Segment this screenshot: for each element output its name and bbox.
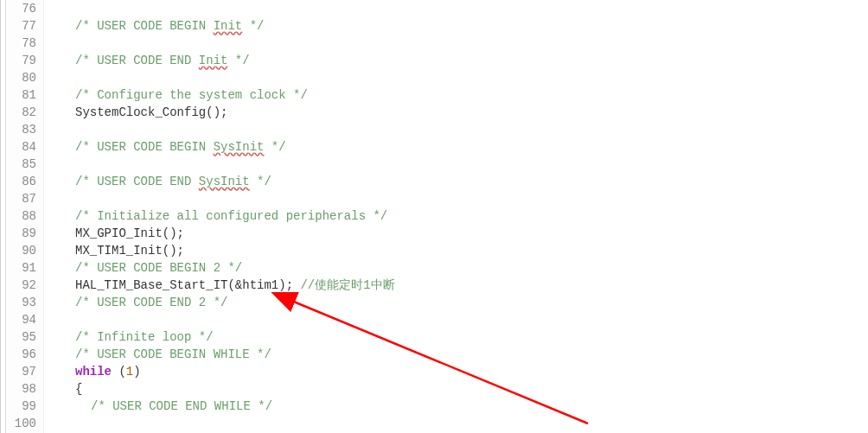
code-line[interactable]: /* USER CODE END SysInit */ xyxy=(60,173,868,190)
line-number: 89 xyxy=(6,225,36,242)
line-number: 77 xyxy=(6,17,36,35)
line-number: 78 xyxy=(6,35,36,52)
line-number: 86 xyxy=(6,173,36,190)
code-line[interactable] xyxy=(60,121,868,138)
code-token: */ xyxy=(227,54,249,67)
line-number: 81 xyxy=(6,86,36,104)
code-line[interactable]: /* USER CODE END 2 */ xyxy=(60,294,868,311)
code-token: HAL_TIM_Base_Start_IT(&htim1); xyxy=(75,278,300,292)
code-editor[interactable]: 7677787980818283848586878889909192939495… xyxy=(0,0,868,433)
line-number: 85 xyxy=(6,156,36,173)
code-token: //使能定时1中断 xyxy=(300,278,394,292)
code-token: /* USER CODE END 2 */ xyxy=(75,296,227,309)
code-token: SysInit xyxy=(199,175,250,188)
code-token: */ xyxy=(264,140,285,154)
code-token: /* USER CODE BEGIN xyxy=(75,19,214,33)
code-line[interactable]: /* USER CODE BEGIN SysInit */ xyxy=(60,138,868,156)
line-number: 83 xyxy=(6,121,36,138)
line-number-gutter: 7677787980818283848586878889909192939495… xyxy=(6,0,44,433)
code-token: /* USER CODE END xyxy=(75,54,199,67)
code-token: { xyxy=(75,382,82,396)
code-line[interactable]: HAL_TIM_Base_Start_IT(&htim1); //使能定时1中断 xyxy=(60,277,868,294)
line-number: 80 xyxy=(6,69,36,86)
code-token: */ xyxy=(250,175,271,188)
line-number: 99 xyxy=(6,398,36,415)
code-line[interactable]: /* Infinite loop */ xyxy=(60,328,868,346)
code-line[interactable]: /* Initialize all configured peripherals… xyxy=(60,207,868,225)
line-number: 90 xyxy=(6,242,36,259)
code-line[interactable] xyxy=(60,0,868,17)
code-line[interactable]: MX_GPIO_Init(); xyxy=(60,225,868,242)
code-line[interactable] xyxy=(60,156,868,173)
code-token: /* USER CODE END WHILE */ xyxy=(91,399,272,413)
code-line[interactable]: /* USER CODE BEGIN 2 */ xyxy=(60,259,868,277)
code-line[interactable] xyxy=(60,69,868,86)
code-line[interactable]: /* USER CODE BEGIN WHILE */ xyxy=(60,346,868,363)
line-number: 92 xyxy=(6,277,36,294)
code-line[interactable] xyxy=(60,190,868,207)
code-token: while xyxy=(75,365,112,379)
code-line[interactable]: SystemClock_Config(); xyxy=(60,104,868,121)
code-area[interactable]: /* USER CODE BEGIN Init *//* USER CODE E… xyxy=(44,0,868,433)
code-token: 1 xyxy=(126,365,133,379)
code-line[interactable] xyxy=(60,415,868,432)
code-token: /* USER CODE BEGIN 2 */ xyxy=(75,261,242,275)
line-number: 94 xyxy=(6,311,36,328)
code-token: /* Infinite loop */ xyxy=(75,330,214,344)
code-token: /* USER CODE BEGIN xyxy=(75,140,214,154)
code-line[interactable]: MX_TIM1_Init(); xyxy=(60,242,868,259)
code-token: ) xyxy=(133,365,140,379)
code-line[interactable] xyxy=(60,35,868,52)
line-number: 79 xyxy=(6,52,36,69)
line-number: 76 xyxy=(6,0,36,17)
code-token: SysInit xyxy=(214,140,265,154)
code-token: Init xyxy=(199,54,228,67)
code-token: /* Initialize all configured peripherals… xyxy=(75,209,387,223)
line-number: 100 xyxy=(6,415,36,432)
code-token: ( xyxy=(112,365,126,379)
code-token: /* Configure the system clock */ xyxy=(75,88,308,102)
line-number: 82 xyxy=(6,104,36,121)
line-number: 91 xyxy=(6,259,36,277)
code-token: */ xyxy=(242,19,264,33)
line-number: 93 xyxy=(6,294,36,311)
line-number: 96 xyxy=(6,346,36,363)
code-token: Init xyxy=(214,19,243,33)
line-number: 84 xyxy=(6,138,36,156)
line-number: 88 xyxy=(6,207,36,225)
code-token: SystemClock_Config(); xyxy=(75,105,227,119)
code-line[interactable]: /* USER CODE END Init */ xyxy=(60,52,868,69)
code-line[interactable]: { xyxy=(60,380,868,398)
line-number: 87 xyxy=(6,190,36,207)
code-line[interactable]: while (1) xyxy=(60,363,868,380)
line-number: 95 xyxy=(6,328,36,346)
line-number: 97 xyxy=(6,363,36,380)
code-token: MX_TIM1_Init(); xyxy=(75,244,184,258)
code-line[interactable] xyxy=(60,311,868,328)
line-number: 98 xyxy=(6,380,36,398)
code-token: /* USER CODE END xyxy=(75,175,199,188)
code-token: /* USER CODE BEGIN WHILE */ xyxy=(75,347,271,361)
code-line[interactable]: /* USER CODE END WHILE */ xyxy=(60,398,868,415)
code-token: MX_GPIO_Init(); xyxy=(75,226,184,240)
code-line[interactable]: /* Configure the system clock */ xyxy=(60,86,868,104)
code-line[interactable]: /* USER CODE BEGIN Init */ xyxy=(60,17,868,35)
